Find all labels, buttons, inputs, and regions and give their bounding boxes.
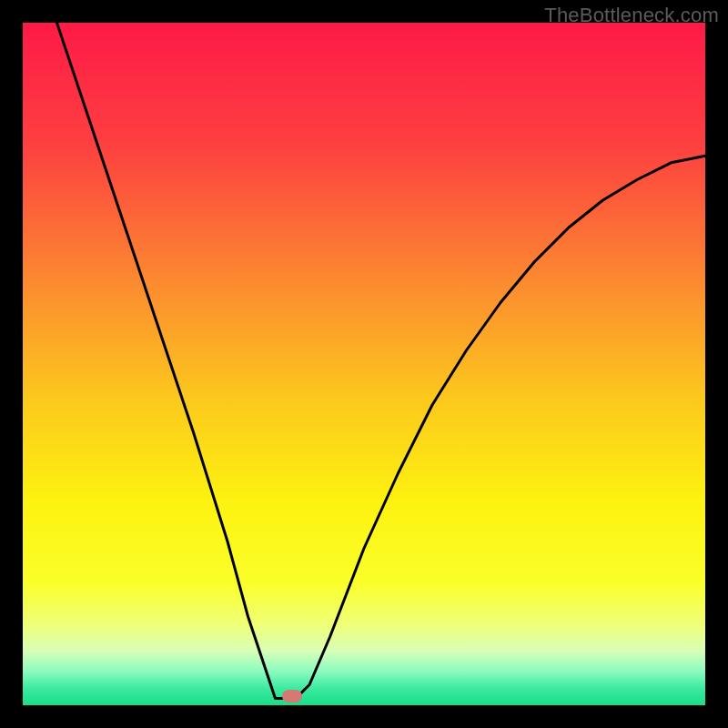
svg-rect-0 [23,23,705,705]
background-gradient [23,23,705,705]
chart-frame: TheBottleneck.com [0,0,728,728]
plot-area [23,23,705,705]
watermark-text: TheBottleneck.com [544,4,719,27]
optimum-marker [282,690,302,703]
